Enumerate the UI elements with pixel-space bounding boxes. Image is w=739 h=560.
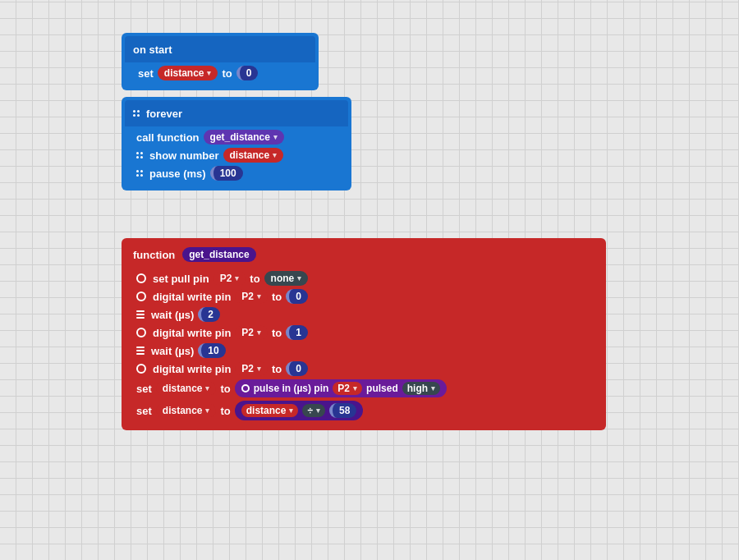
value-0-block-2[interactable]: 0: [286, 361, 308, 376]
dropdown-arrow-icon: ▾: [431, 384, 435, 392]
value-58-block[interactable]: 58: [329, 403, 356, 418]
value-0-block[interactable]: 0: [236, 66, 259, 80]
dropdown-arrow-icon: ▾: [205, 406, 209, 415]
wait-row-10: wait (µs) 10: [136, 343, 599, 358]
circle-icon-pulse: [241, 384, 250, 392]
set-label-2: set: [136, 383, 152, 395]
dropdown-arrow-icon: ▾: [273, 133, 278, 141]
distance-show-dropdown[interactable]: distance ▾: [223, 148, 284, 163]
pulsed-label: pulsed: [366, 383, 398, 394]
to-label-3: to: [272, 327, 282, 339]
pin-p2-dropdown-3[interactable]: P2 ▾: [235, 325, 268, 340]
dropdown-arrow-icon: ▾: [257, 292, 261, 301]
pin-p2-dropdown-4[interactable]: P2 ▾: [235, 361, 268, 376]
get-distance-dropdown[interactable]: get_distance ▾: [204, 130, 284, 145]
pin-p2-dropdown-5[interactable]: P2 ▾: [333, 382, 362, 395]
forever-group: forever call function get_distance ▾ sho: [122, 97, 351, 190]
grid-icon-show: [136, 152, 143, 158]
set-pull-label: set pull pin: [153, 273, 209, 285]
dropdown-arrow-icon: ▾: [297, 274, 301, 282]
grid-icon: [133, 110, 140, 117]
wait-row-2: wait (µs) 2: [136, 307, 599, 322]
dropdown-arrow-icon: ▾: [316, 406, 320, 415]
none-dropdown[interactable]: none ▾: [264, 271, 309, 286]
wait-label-2: wait (µs): [151, 309, 194, 321]
dropdown-arrow-icon: ▾: [353, 384, 357, 392]
to-label-2: to: [272, 291, 282, 303]
divide-block[interactable]: distance ▾ ÷ ▾ 58: [235, 401, 364, 420]
dropdown-arrow-icon: ▾: [273, 151, 277, 159]
digital-write-label-2: digital write pin: [153, 327, 231, 339]
digital-write-row-0: digital write pin P2 ▾ to 0: [136, 289, 599, 304]
set-distance-pulse-row: set distance ▾ to pulse in (µs) pin P2 ▾…: [136, 379, 599, 397]
circle-icon: [136, 364, 146, 374]
wait-10-value[interactable]: 10: [198, 343, 225, 358]
circle-icon: [136, 273, 146, 283]
dropdown-arrow-icon: ▾: [235, 274, 239, 282]
to-label: to: [222, 67, 232, 80]
to-label-5: to: [220, 383, 230, 395]
function-label: function: [133, 249, 175, 261]
on-start-label: on start: [133, 44, 172, 56]
set-pull-row: set pull pin P2 ▾ to none ▾: [136, 271, 599, 286]
high-dropdown[interactable]: high ▾: [402, 382, 440, 395]
circle-icon: [136, 328, 146, 337]
distance-inner-dropdown[interactable]: distance ▾: [241, 404, 299, 417]
digital-write-row-1: digital write pin P2 ▾ to 1: [136, 325, 599, 340]
value-0-block-1[interactable]: 0: [286, 289, 308, 304]
function-group: function get_distance set pull pin P2 ▾ …: [122, 238, 606, 430]
set-label: set: [138, 67, 154, 80]
set-label-3: set: [136, 405, 152, 417]
grid-icon-pause: [136, 170, 143, 177]
digital-write-label-1: digital write pin: [153, 291, 231, 303]
on-start-group: on start set distance ▾ to 0: [122, 33, 319, 90]
pin-p2-dropdown-1[interactable]: P2 ▾: [213, 271, 246, 286]
wait-label-10: wait (µs): [151, 345, 194, 357]
value-1-block[interactable]: 1: [286, 325, 308, 340]
wait-2-value[interactable]: 2: [198, 307, 220, 322]
digital-write-label-3: digital write pin: [153, 363, 231, 375]
divide-op-dropdown[interactable]: ÷ ▾: [302, 404, 325, 417]
lines-icon: [136, 310, 145, 319]
function-name-block[interactable]: get_distance: [182, 247, 255, 262]
to-label-1: to: [250, 273, 259, 285]
to-label-6: to: [220, 405, 230, 417]
to-label-4: to: [272, 363, 282, 375]
dropdown-arrow-icon: ▾: [289, 406, 293, 415]
show-number-label: show number: [149, 149, 219, 162]
distance-variable-dropdown[interactable]: distance ▾: [158, 66, 218, 80]
dropdown-arrow-icon: ▾: [257, 328, 261, 337]
pulse-in-block[interactable]: pulse in (µs) pin P2 ▾ pulsed high ▾: [235, 379, 447, 397]
set-distance-divide-row: set distance ▾ to distance ▾ ÷ ▾: [136, 401, 599, 420]
call-function-label: call function: [136, 131, 200, 144]
dropdown-arrow-icon: ▾: [207, 69, 211, 77]
circle-icon: [136, 291, 146, 301]
pulse-in-label: pulse in (µs) pin: [254, 383, 329, 394]
dropdown-arrow-icon: ▾: [257, 365, 261, 373]
forever-label: forever: [146, 108, 182, 120]
distance-var-dropdown-2[interactable]: distance ▾: [156, 381, 217, 396]
digital-write-row-0b: digital write pin P2 ▾ to 0: [136, 361, 599, 376]
lines-icon: [136, 347, 145, 355]
pause-value-block[interactable]: 100: [210, 166, 243, 181]
distance-var-dropdown-3[interactable]: distance ▾: [156, 403, 217, 418]
dropdown-arrow-icon: ▾: [205, 384, 209, 392]
workspace: on start set distance ▾ to 0: [0, 0, 739, 560]
pin-p2-dropdown-2[interactable]: P2 ▾: [235, 289, 268, 304]
pause-label: pause (ms): [149, 168, 206, 180]
